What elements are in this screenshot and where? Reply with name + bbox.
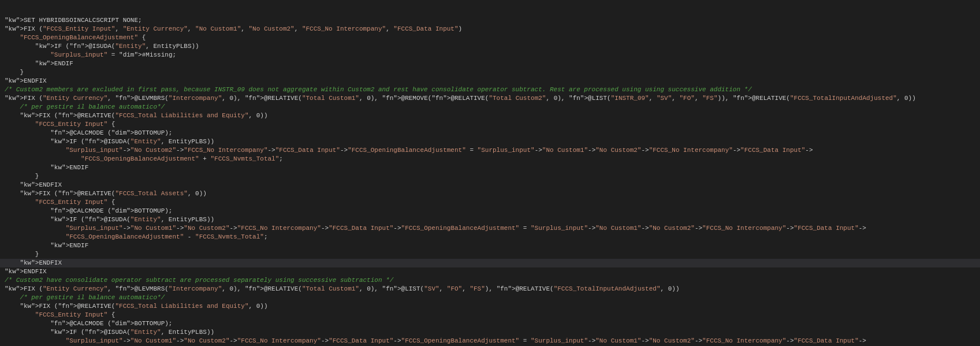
code-line: "kw">FIX ("fn">@RELATIVE("FCCS_Total Ass… (0, 189, 980, 198)
code-line: "fn">@CALCMODE ("dim">BOTTOMUP); (0, 319, 980, 328)
code-line: } (0, 172, 980, 181)
code-line: "kw">ENDIF (0, 163, 980, 172)
code-line: "kw">SET HYBRIDBSOINCALCSCRIPT NONE; (0, 16, 980, 25)
code-line: /* Custom2 have consolidate operator sub… (0, 276, 980, 285)
code-line: "kw">ENDIF (0, 59, 980, 68)
code-line: "FCCS_Entity Input" { (0, 311, 980, 319)
code-line: "FCCS_OpeningBalanceAdjustment" - "FCCS_… (0, 233, 980, 241)
code-line: "kw">FIX ("FCCS_Entity Input", "Entity C… (0, 25, 980, 34)
code-line: "fn">@CALCMODE ("dim">BOTTOMUP); (0, 207, 980, 215)
code-line: "kw">ENDFIX (0, 267, 980, 276)
code-line: "kw">FIX ("Entity Currency", "fn">@LEVMB… (0, 94, 980, 103)
code-line: /* per gestire il balance automatico*/ (0, 293, 980, 302)
code-editor: "kw">SET HYBRIDBSOINCALCSCRIPT NONE;"kw"… (0, 0, 980, 346)
code-line: } (0, 68, 980, 77)
code-line: "FCCS_Entity Input" { (0, 198, 980, 207)
code-line: "Surplus_input"->"No Custom2"->"FCCS_No … (0, 146, 980, 155)
code-line: "Surplus_input" = "dim">#Missing; (0, 51, 980, 59)
code-line: "kw">ENDFIX (0, 181, 980, 189)
code-line: "kw">FIX ("Entity Currency", "fn">@LEVMB… (0, 285, 980, 293)
code-line: "Surplus_input"->"No Custom1"->"No Custo… (0, 224, 980, 233)
code-line: } (0, 250, 980, 259)
code-line: "kw">FIX ("fn">@RELATIVE("FCCS_Total Lia… (0, 302, 980, 311)
code-line: "FCCS_OpeningBalanceAdjustment" + "FCCS_… (0, 155, 980, 163)
code-line: "kw">ENDFIX (0, 259, 980, 267)
code-line: /* per gestire il balance automatico*/ (0, 103, 980, 111)
code-line: "FCCS_OpeningBalanceAdjustment" { (0, 34, 980, 42)
code-line: "kw">ENDIF (0, 241, 980, 250)
code-line: /* Custom2 members are excluded in first… (0, 85, 980, 94)
code-line: "kw">IF ("fn">@ISUDA("Entity", EntityPLB… (0, 42, 980, 51)
code-line: "FCCS_Entity Input" { (0, 120, 980, 129)
code-line: "kw">IF ("fn">@ISUDA("Entity", EntityPLB… (0, 215, 980, 224)
code-line: "Surplus_input"->"No Custom1"->"No Custo… (0, 337, 980, 345)
code-line: "kw">IF ("fn">@ISUDA("Entity", EntityPLB… (0, 328, 980, 337)
code-line: "fn">@CALCMODE ("dim">BOTTOMUP); (0, 129, 980, 137)
code-line: "kw">ENDFIX (0, 77, 980, 85)
code-line: "kw">FIX ("fn">@RELATIVE("FCCS_Total Lia… (0, 111, 980, 120)
code-line: "kw">IF ("fn">@ISUDA("Entity", EntityPLB… (0, 137, 980, 146)
